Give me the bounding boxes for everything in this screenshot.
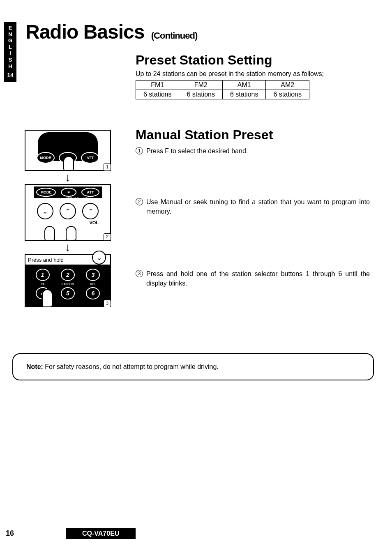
chevron-up-icon: ⌃ bbox=[88, 207, 93, 215]
chevron-down-icon: ⌄ bbox=[42, 207, 48, 215]
loud-label: LOUD bbox=[83, 196, 90, 199]
language-letters: E N G L I S H bbox=[4, 25, 16, 69]
band-header: FM2 bbox=[179, 81, 222, 90]
table-row: 6 stations 6 stations 6 stations 6 stati… bbox=[136, 90, 309, 99]
page-title: Radio Basics (Continued) bbox=[25, 21, 197, 43]
section-number: 14 bbox=[4, 72, 16, 79]
step-2-text: Use Manual or seek tuning to find a stat… bbox=[146, 198, 370, 216]
band-value: 6 stations bbox=[179, 90, 222, 99]
band-header: AM2 bbox=[266, 81, 309, 90]
band-value: 6 stations bbox=[266, 90, 309, 99]
hands-group bbox=[44, 226, 76, 241]
vol-up-knob-icon: ⌃ bbox=[82, 203, 99, 219]
att-button-icon: ATT bbox=[81, 188, 99, 197]
note-label: Note: bbox=[26, 363, 43, 370]
pa-label: PA bbox=[41, 283, 44, 286]
att-button-icon: ATT bbox=[81, 152, 99, 164]
step-marker-1: 1 bbox=[136, 147, 143, 154]
language-tab: E N G L I S H 14 bbox=[4, 22, 16, 82]
band-header: AM1 bbox=[222, 81, 265, 90]
page-title-suffix: (Continued) bbox=[151, 30, 197, 41]
page-number: 16 bbox=[6, 529, 14, 538]
preset-button-grid: 1 2 3 PA RANDOM RCL 4 5 6 bbox=[25, 265, 110, 306]
model-badge: CQ-VA70EU bbox=[66, 528, 136, 539]
preset-heading: Preset Station Setting bbox=[136, 53, 366, 68]
preset-2-button-icon: 2 bbox=[61, 269, 75, 281]
tune-down-knob-icon: ⌄ bbox=[37, 203, 53, 219]
page-title-main: Radio Basics bbox=[25, 21, 144, 43]
step-2: 2 Use Manual or seek tuning to find a st… bbox=[136, 198, 370, 216]
preset-3-button-icon: 3 bbox=[86, 269, 100, 281]
chevron-down-icon: ⌄ bbox=[97, 254, 102, 262]
manual-heading: Manual Station Preset bbox=[136, 127, 370, 143]
illus-badge-3: 3 bbox=[104, 300, 111, 307]
tune-up-knob-icon: ⌃ bbox=[60, 203, 76, 219]
vol-down-knob-icon: ⌄ bbox=[92, 251, 106, 265]
lang-letter: H bbox=[4, 63, 16, 70]
lang-letter: I bbox=[4, 50, 16, 57]
arrow-down-icon: ↓ bbox=[21, 172, 115, 183]
vol-label: VOL bbox=[89, 220, 99, 225]
preset-intro: Up to 24 stations can be preset in the s… bbox=[136, 70, 366, 78]
step-marker-2: 2 bbox=[136, 198, 143, 205]
mode-button-icon: MODE bbox=[36, 188, 56, 197]
hand-icon bbox=[66, 226, 76, 241]
rcl-label: RCL bbox=[90, 283, 96, 286]
hand-icon bbox=[63, 156, 74, 171]
preset-1-button-icon: 1 bbox=[36, 269, 50, 281]
illustration-3: Press and hold ⌄ 1 2 3 PA RANDOM RCL 4 5… bbox=[25, 254, 111, 307]
lang-letter: S bbox=[4, 57, 16, 63]
note-text: For safety reasons, do not attempt to pr… bbox=[43, 363, 219, 370]
preset-station-section: Preset Station Setting Up to 24 stations… bbox=[136, 53, 366, 99]
step-1-text: Press F to select the desired band. bbox=[146, 147, 248, 156]
band-table: FM1 FM2 AM1 AM2 6 stations 6 stations 6 … bbox=[136, 80, 309, 99]
step-1: 1 Press F to select the desired band. bbox=[136, 147, 370, 156]
band-value: 6 stations bbox=[222, 90, 265, 99]
function-label: FUNCTION bbox=[67, 196, 79, 199]
step-3: 3 Press and hold one of the station sele… bbox=[136, 269, 370, 288]
mode-button-icon: MODE bbox=[37, 152, 55, 164]
hand-icon bbox=[42, 289, 53, 307]
table-row: FM1 FM2 AM1 AM2 bbox=[136, 81, 309, 90]
manual-preset-section: Manual Station Preset 1 Press F to selec… bbox=[136, 127, 370, 288]
lang-letter: N bbox=[4, 31, 16, 38]
lang-letter: E bbox=[4, 25, 16, 31]
chevron-up-icon: ⌃ bbox=[65, 207, 70, 215]
band-header: FM1 bbox=[136, 81, 179, 90]
illustration-column: MODE F ATT 1 ↓ MODE F ATT FUNCTION LOUD … bbox=[21, 130, 115, 307]
random-label: RANDOM bbox=[61, 283, 74, 286]
illustration-1: MODE F ATT 1 bbox=[25, 130, 111, 171]
lang-letter: L bbox=[4, 44, 16, 51]
preset-5-button-icon: 5 bbox=[61, 287, 75, 299]
hand-icon bbox=[44, 226, 55, 241]
lang-letter: G bbox=[4, 37, 16, 44]
button-row: MODE F ATT FUNCTION LOUD bbox=[34, 187, 102, 198]
safety-note: Note: For safety reasons, do not attempt… bbox=[12, 353, 374, 380]
f-button-icon: F bbox=[61, 188, 76, 197]
illus-badge-2: 2 bbox=[104, 233, 111, 241]
illus-badge-1: 1 bbox=[104, 164, 111, 171]
band-value: 6 stations bbox=[136, 90, 179, 99]
preset-6-button-icon: 6 bbox=[86, 287, 100, 299]
step-marker-3: 3 bbox=[136, 270, 143, 277]
knob-row: ⌄ ⌃ ⌃ bbox=[34, 203, 102, 219]
illustration-2: MODE F ATT FUNCTION LOUD ⌄ ⌃ ⌃ VOL 2 bbox=[25, 184, 111, 241]
step-3-text: Press and hold one of the station select… bbox=[146, 269, 370, 288]
